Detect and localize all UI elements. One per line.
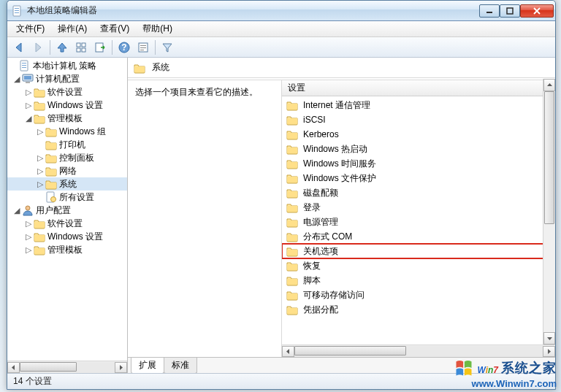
scroll-thumb[interactable] (544, 91, 554, 224)
tree-view[interactable]: 本地计算机 策略 ◢计算机配置 ▷软件设置 ▷Windows 设置 ◢管理模板 … (7, 58, 127, 361)
content-v-scrollbar[interactable] (543, 79, 555, 345)
list-item[interactable]: 恢复 (282, 258, 555, 273)
folder-icon (45, 152, 57, 164)
list-item[interactable]: 分布式 COM (282, 229, 555, 244)
list-item[interactable]: Kerberos (282, 127, 555, 142)
list-item[interactable]: 凭据分配 (282, 302, 555, 317)
tree-u-windows-settings[interactable]: ▷Windows 设置 (7, 230, 127, 243)
back-button[interactable] (10, 39, 28, 56)
list-item-label: 可移动存储访问 (303, 289, 365, 301)
list-item[interactable]: 关机选项 (282, 244, 555, 258)
list-item[interactable]: 电源管理 (282, 215, 555, 229)
scroll-left-button[interactable] (7, 362, 20, 373)
list-item-label: Internet 通信管理 (303, 99, 370, 112)
folder-icon (34, 99, 45, 111)
list-item[interactable]: 可移动存储访问 (282, 288, 555, 302)
tab-extended[interactable]: 扩展 (131, 358, 164, 373)
tree-windows-components[interactable]: ▷Windows 组 (7, 125, 127, 138)
menu-view[interactable]: 查看(V) (94, 21, 135, 36)
tree-pane: 本地计算机 策略 ◢计算机配置 ▷软件设置 ▷Windows 设置 ◢管理模板 … (7, 58, 128, 373)
tree-admin-templates[interactable]: ◢管理模板 (7, 112, 127, 125)
folder-icon (286, 260, 298, 272)
folder-icon (134, 62, 145, 74)
tree-network[interactable]: ▷网络 (7, 164, 127, 177)
description-text: 选择一个项目来查看它的描述。 (135, 87, 258, 97)
list-header[interactable]: 设置 (282, 80, 555, 96)
tree-u-admin-templates[interactable]: ▷管理模板 (7, 243, 127, 256)
list-item-label: Windows 热启动 (303, 143, 367, 155)
up-button[interactable] (53, 39, 71, 56)
folder-icon (286, 143, 298, 155)
folder-icon (286, 114, 298, 126)
maximize-button[interactable] (500, 4, 520, 18)
statusbar: 14 个设置 (7, 373, 555, 389)
scroll-track[interactable] (294, 346, 543, 357)
scroll-thumb[interactable] (294, 346, 406, 356)
tree-windows-settings[interactable]: ▷Windows 设置 (7, 99, 127, 112)
scroll-right-button[interactable] (543, 346, 555, 357)
scroll-track[interactable] (20, 362, 115, 373)
menubar: 文件(F) 操作(A) 查看(V) 帮助(H) (7, 21, 555, 37)
menu-action[interactable]: 操作(A) (52, 21, 93, 36)
close-button[interactable] (520, 4, 554, 18)
tree-u-software-settings[interactable]: ▷软件设置 (7, 217, 127, 230)
folder-icon (286, 274, 298, 286)
list-item[interactable]: Windows 热启动 (282, 142, 555, 156)
tree-root[interactable]: 本地计算机 策略 (7, 59, 127, 72)
tree-all-settings[interactable]: 所有设置 (7, 191, 127, 204)
scroll-thumb[interactable] (20, 362, 77, 372)
tree-h-scrollbar[interactable] (7, 361, 127, 373)
tree-system[interactable]: ▷系统 (7, 177, 127, 191)
scroll-left-button[interactable] (282, 346, 294, 357)
list-item-label: 凭据分配 (303, 304, 338, 316)
scroll-up-button[interactable] (543, 79, 555, 91)
show-tree-button[interactable] (72, 39, 90, 56)
forward-button[interactable] (29, 39, 47, 56)
list-item-label: Kerberos (303, 129, 339, 139)
scroll-track[interactable] (543, 91, 555, 332)
list-item[interactable]: iSCSI (282, 112, 555, 127)
list-body[interactable]: Internet 通信管理iSCSIKerberosWindows 热启动Win… (282, 96, 555, 345)
titlebar[interactable]: 本地组策略编辑器 (7, 1, 555, 21)
folder-icon (286, 158, 298, 169)
tab-standard[interactable]: 标准 (164, 358, 197, 373)
help-button[interactable] (115, 39, 133, 56)
menu-file[interactable]: 文件(F) (10, 21, 50, 36)
tree-control-panel[interactable]: ▷控制面板 (7, 151, 127, 164)
list-item[interactable]: Windows 时间服务 (282, 156, 555, 171)
properties-button[interactable] (134, 39, 152, 56)
minimize-button[interactable] (479, 4, 500, 18)
folder-icon (45, 139, 57, 150)
status-text: 14 个设置 (13, 375, 52, 388)
client-area: 本地计算机 策略 ◢计算机配置 ▷软件设置 ▷Windows 设置 ◢管理模板 … (7, 58, 555, 373)
window-title: 本地组策略编辑器 (27, 4, 479, 17)
folder-icon (34, 112, 45, 124)
list-item-label: 恢复 (303, 260, 321, 272)
export-button[interactable] (91, 39, 109, 56)
list-item[interactable]: 脚本 (282, 273, 555, 288)
toolbar (7, 37, 555, 58)
list-item[interactable]: 磁盘配额 (282, 185, 555, 200)
tabs-strip: 扩展 标准 (128, 357, 555, 373)
scroll-down-button[interactable] (543, 332, 555, 345)
tree-computer-cfg[interactable]: ◢计算机配置 (7, 72, 127, 85)
list-item-label: 电源管理 (303, 216, 338, 228)
list-item[interactable]: Internet 通信管理 (282, 98, 555, 112)
tree-software-settings[interactable]: ▷软件设置 (7, 85, 127, 99)
list-item[interactable]: Windows 文件保护 (282, 171, 555, 185)
tree-printer[interactable]: 打印机 (7, 138, 127, 151)
scroll-right-button[interactable] (115, 362, 127, 373)
list-item-label: 脚本 (303, 274, 321, 287)
svg-rect-23 (507, 8, 513, 14)
tree-user-cfg[interactable]: ◢用户配置 (7, 204, 127, 217)
filter-button[interactable] (159, 39, 176, 56)
menu-help[interactable]: 帮助(H) (137, 21, 178, 36)
folder-icon (286, 216, 298, 228)
list-item[interactable]: 登录 (282, 200, 555, 215)
doc-icon (19, 60, 31, 72)
folder-icon (286, 245, 298, 257)
folder-icon (286, 172, 298, 184)
folder-icon (286, 201, 298, 213)
folder-icon (45, 126, 57, 137)
list-h-scrollbar[interactable] (282, 345, 555, 357)
